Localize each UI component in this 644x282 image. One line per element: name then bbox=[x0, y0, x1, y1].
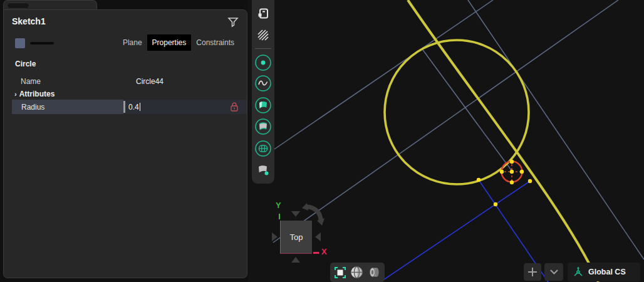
zoom-fit-icon[interactable] bbox=[333, 266, 347, 279]
global-cs-button[interactable]: Global CS bbox=[568, 263, 640, 281]
circle-handle-point[interactable] bbox=[510, 180, 514, 184]
tab-plane[interactable]: Plane bbox=[118, 34, 147, 51]
panel-tabs: PlanePropertiesConstraints bbox=[118, 34, 239, 51]
sphere-shading-icon[interactable] bbox=[350, 265, 364, 279]
panel-title: Sketch1 bbox=[12, 16, 46, 26]
loft-tool-icon[interactable] bbox=[254, 118, 272, 135]
panel-drag-handle[interactable] bbox=[7, 3, 29, 9]
lock-icon[interactable] bbox=[231, 102, 238, 112]
spline-tool-icon[interactable] bbox=[254, 75, 272, 92]
rotate-left-arrow[interactable] bbox=[272, 232, 278, 241]
sketch-icon[interactable] bbox=[254, 4, 272, 22]
radius-value: 0.4 bbox=[128, 103, 139, 112]
hatch-icon[interactable] bbox=[254, 26, 272, 44]
text-caret bbox=[140, 103, 140, 111]
rotate-up-arrow[interactable] bbox=[291, 211, 300, 217]
viewcube-label: Top bbox=[290, 232, 303, 242]
circle-handle-point[interactable] bbox=[500, 170, 504, 174]
attributes-group[interactable]: › Attributes bbox=[14, 90, 55, 98]
expand-cs-button[interactable] bbox=[544, 263, 563, 281]
add-cs-button[interactable] bbox=[524, 263, 541, 281]
filter-icon[interactable] bbox=[227, 16, 239, 28]
rotate-right-arrow[interactable] bbox=[315, 232, 321, 241]
sketch-properties-panel: Sketch1 PlanePropertiesConstraints Circl… bbox=[3, 9, 247, 278]
value-drag-handle[interactable] bbox=[123, 101, 125, 113]
axis-y-tick bbox=[279, 214, 280, 219]
sketch-point[interactable] bbox=[528, 179, 532, 183]
tab-properties[interactable]: Properties bbox=[147, 34, 192, 51]
grid-sphere-tool-icon[interactable] bbox=[254, 140, 272, 157]
radius-label: Radius bbox=[12, 103, 123, 112]
chevron-right-icon: › bbox=[14, 90, 17, 98]
point-tool-icon[interactable] bbox=[254, 54, 272, 71]
circle-handle-point[interactable] bbox=[520, 170, 524, 174]
radius-row: Radius 0.4 bbox=[12, 100, 247, 114]
strip-divider bbox=[255, 48, 271, 49]
sketch-color-swatch[interactable] bbox=[15, 38, 25, 48]
surface-tool-icon[interactable] bbox=[254, 97, 272, 114]
construction-line[interactable] bbox=[468, 0, 644, 259]
name-label: Name bbox=[21, 77, 41, 86]
patch-point-tool-icon[interactable] bbox=[254, 161, 272, 179]
line-style-preview[interactable] bbox=[30, 42, 54, 44]
tab-constraints[interactable]: Constraints bbox=[191, 34, 239, 51]
sketch-line[interactable] bbox=[380, 181, 530, 282]
name-value[interactable]: Circle44 bbox=[136, 77, 164, 86]
axis-x-tick bbox=[313, 252, 319, 254]
attributes-label: Attributes bbox=[19, 90, 55, 98]
circle-handle-point[interactable] bbox=[510, 160, 514, 164]
cylinder-shading-icon[interactable] bbox=[367, 265, 382, 279]
application-window: Y Top X bbox=[0, 0, 644, 282]
sketch-arc[interactable] bbox=[408, 0, 598, 282]
radius-input[interactable]: 0.4 bbox=[123, 100, 247, 114]
viewcube-top-face[interactable]: Top bbox=[280, 221, 312, 254]
rotate-down-arrow[interactable] bbox=[291, 257, 300, 263]
sketch-point[interactable] bbox=[477, 178, 480, 182]
global-cs-label: Global CS bbox=[588, 268, 626, 276]
section-title: Circle bbox=[15, 60, 36, 68]
axis-y-label[interactable]: Y bbox=[276, 201, 281, 210]
viewport-tool-strip bbox=[252, 0, 274, 184]
cs-triad-icon bbox=[573, 266, 584, 278]
axis-x-label[interactable]: X bbox=[321, 247, 327, 256]
display-mode-toolbar bbox=[330, 263, 385, 282]
circle-handle-point[interactable] bbox=[510, 170, 514, 174]
construction-line[interactable] bbox=[422, 48, 512, 172]
sketch-point[interactable] bbox=[494, 202, 497, 206]
